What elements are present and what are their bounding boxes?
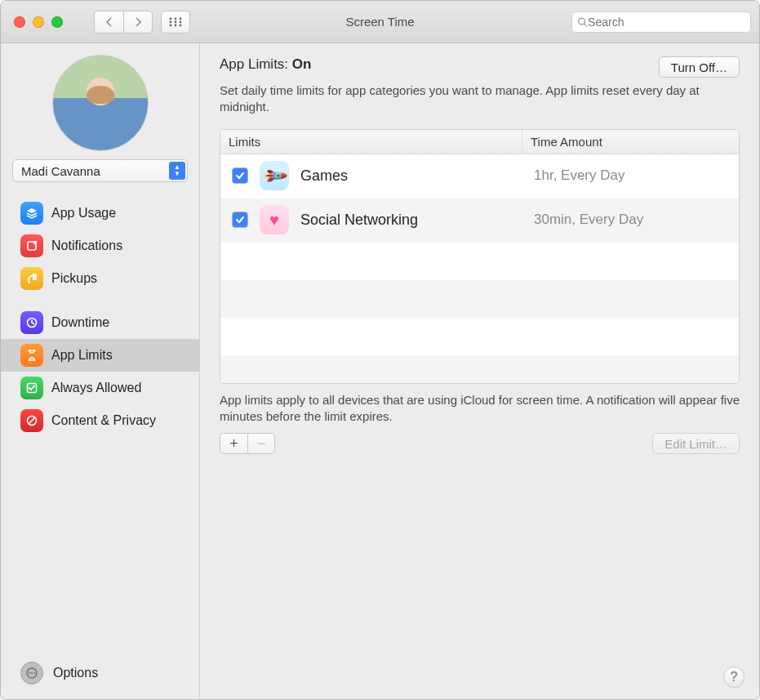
rocket-icon: 🚀	[260, 161, 289, 190]
options-label: Options	[53, 666, 98, 680]
table-row-empty	[220, 355, 739, 383]
sidebar-item-app-limits[interactable]: App Limits	[1, 339, 199, 372]
table-row[interactable]: 🚀 Games 1hr, Every Day	[220, 154, 739, 198]
sidebar-item-label: App Limits	[51, 348, 113, 363]
cell-limits: 🚀 Games	[220, 161, 522, 190]
sidebar-item-notifications[interactable]: Notifications	[1, 230, 199, 262]
check-icon	[20, 377, 43, 399]
grid-icon	[169, 17, 182, 27]
add-remove-group: + −	[220, 433, 275, 454]
sidebar-item-downtime[interactable]: Downtime	[1, 306, 199, 339]
noentry-icon	[20, 409, 43, 432]
limit-name: Social Networking	[300, 212, 418, 229]
cell-limits: ♥ Social Networking	[220, 205, 522, 234]
clock-icon	[20, 311, 43, 334]
table-row[interactable]: ♥ Social Networking 30min, Every Day	[220, 198, 739, 243]
user-avatar[interactable]	[52, 55, 149, 151]
limits-table: Limits Time Amount 🚀 Games 1hr, Every Da…	[220, 129, 740, 384]
main-panel: App Limits: On Turn Off… Set daily time …	[200, 43, 759, 699]
svg-point-3	[170, 20, 172, 23]
svg-line-17	[29, 417, 35, 424]
table-row-empty	[220, 243, 739, 280]
layers-icon	[20, 202, 43, 225]
limit-checkbox[interactable]	[232, 212, 248, 228]
svg-point-9	[579, 18, 585, 25]
page-title: App Limits: On	[220, 56, 311, 73]
user-select-label: Madi Cavanna	[21, 164, 100, 178]
edit-limit-button[interactable]: Edit Limit…	[652, 433, 740, 454]
remove-limit-button[interactable]: −	[247, 433, 275, 454]
body: Madi Cavanna ▲▼ App Usage Notifications	[1, 43, 759, 699]
heading-prefix: App Limits:	[220, 56, 292, 72]
limit-checkbox[interactable]	[232, 167, 248, 184]
sidebar-item-label: Notifications	[51, 239, 122, 253]
search-field[interactable]	[571, 11, 751, 33]
limit-name: Games	[300, 167, 348, 185]
sidebar-item-label: Pickups	[51, 271, 97, 286]
page-description: Set daily time limits for app categories…	[220, 82, 740, 116]
zoom-window-button[interactable]	[51, 16, 63, 28]
header-row: App Limits: On Turn Off…	[220, 56, 740, 78]
limit-time: 1hr, Every Day	[522, 167, 739, 184]
help-icon: ?	[731, 670, 738, 684]
table-header: Limits Time Amount	[220, 130, 739, 154]
sidebar: Madi Cavanna ▲▼ App Usage Notifications	[1, 43, 200, 699]
add-limit-button[interactable]: +	[220, 433, 247, 454]
sidebar-item-label: Always Allowed	[51, 381, 141, 395]
table-body: 🚀 Games 1hr, Every Day ♥ Social Networki…	[220, 154, 739, 383]
svg-point-4	[175, 20, 177, 23]
nav-back-forward	[94, 11, 153, 33]
table-row-empty	[220, 318, 739, 355]
svg-point-1	[175, 17, 177, 20]
sidebar-item-label: App Usage	[51, 206, 116, 221]
svg-point-5	[180, 20, 182, 23]
user-select[interactable]: Madi Cavanna ▲▼	[12, 159, 188, 182]
table-row-empty	[220, 280, 739, 318]
sidebar-item-always-allowed[interactable]: Always Allowed	[1, 372, 199, 404]
svg-point-19	[29, 672, 30, 674]
search-icon	[577, 16, 588, 28]
traffic-lights	[14, 16, 63, 28]
column-header-limits[interactable]: Limits	[220, 130, 522, 154]
sidebar-item-label: Content & Privacy	[51, 413, 156, 428]
avatar-wrap	[1, 55, 199, 151]
sidebar-nav: App Usage Notifications Pickups	[1, 197, 199, 437]
svg-point-20	[31, 672, 33, 674]
svg-rect-13	[33, 274, 37, 280]
sidebar-options[interactable]: Options	[1, 649, 199, 699]
limit-time: 30min, Every Day	[522, 212, 739, 228]
svg-point-8	[180, 24, 182, 26]
svg-line-10	[584, 24, 588, 27]
nav-back-button[interactable]	[94, 11, 123, 33]
sidebar-separator	[1, 295, 199, 306]
titlebar: Screen Time	[1, 1, 759, 43]
nav-forward-button[interactable]	[123, 11, 153, 33]
heading-status: On	[292, 56, 312, 72]
heart-bubble-icon: ♥	[260, 205, 289, 234]
hourglass-icon	[20, 344, 43, 367]
search-input[interactable]	[588, 16, 745, 29]
sidebar-item-label: Downtime	[51, 315, 109, 330]
ellipsis-icon	[20, 662, 43, 684]
turn-off-button[interactable]: Turn Off…	[659, 56, 740, 78]
minimize-window-button[interactable]	[33, 16, 44, 28]
svg-point-7	[175, 24, 177, 26]
svg-point-21	[33, 672, 35, 674]
svg-point-12	[33, 241, 38, 245]
sidebar-item-content-privacy[interactable]: Content & Privacy	[1, 404, 199, 437]
sidebar-item-app-usage[interactable]: App Usage	[1, 197, 199, 230]
pickup-icon	[20, 267, 43, 290]
svg-point-2	[180, 17, 182, 20]
help-button[interactable]: ?	[723, 667, 744, 688]
window: Screen Time Madi Cavanna ▲▼	[0, 0, 760, 700]
bell-icon	[20, 234, 43, 257]
column-header-time[interactable]: Time Amount	[522, 130, 739, 154]
svg-point-0	[170, 17, 172, 20]
footnote: App limits apply to all devices that are…	[220, 392, 740, 426]
close-window-button[interactable]	[14, 16, 25, 28]
sidebar-item-pickups[interactable]: Pickups	[1, 262, 199, 295]
footer-row: + − Edit Limit…	[220, 433, 740, 454]
svg-point-6	[170, 24, 172, 26]
updown-arrows-icon: ▲▼	[169, 162, 185, 180]
show-all-prefs-button[interactable]	[161, 11, 190, 33]
